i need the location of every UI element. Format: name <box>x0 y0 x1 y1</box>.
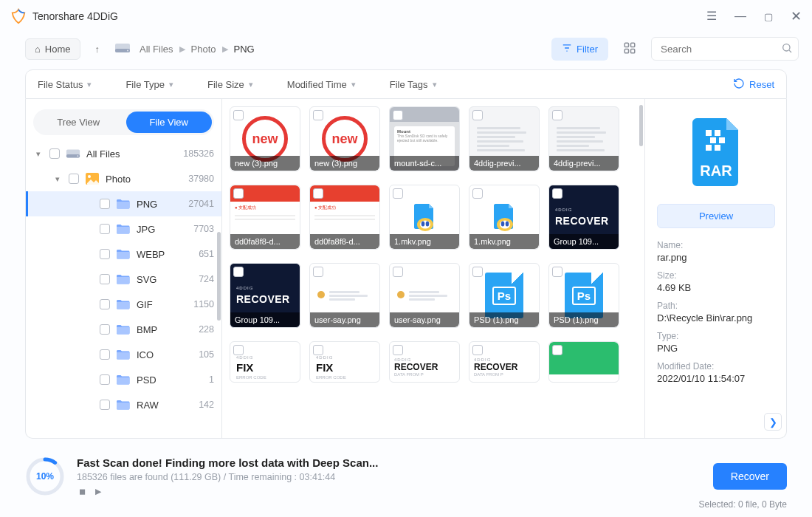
tree-all-files[interactable]: ▾ All Files 185326 <box>26 141 221 166</box>
filter-file-type[interactable]: File Type <box>125 79 173 90</box>
checkbox[interactable] <box>393 345 403 355</box>
checkbox[interactable] <box>552 267 562 277</box>
home-button[interactable]: ⌂ Home <box>25 38 80 60</box>
checkbox[interactable] <box>233 267 244 277</box>
file-view-tab[interactable]: File View <box>126 112 213 133</box>
file-thumbnail[interactable]: 4DDIGRECOVERDATA FROM P <box>389 341 460 383</box>
tree-item-raw[interactable]: RAW142 <box>26 392 221 417</box>
checkbox[interactable] <box>233 110 244 120</box>
file-thumbnail[interactable]: MountThis SanDisk SD card is safely ejec… <box>389 106 460 171</box>
checkbox[interactable] <box>472 267 483 277</box>
expand-icon[interactable]: ▾ <box>33 149 44 159</box>
checkbox[interactable] <box>472 188 483 199</box>
checkbox[interactable] <box>313 110 323 120</box>
checkbox[interactable] <box>393 110 403 120</box>
expand-icon[interactable]: ▾ <box>52 174 63 184</box>
checkbox[interactable] <box>552 345 562 355</box>
file-thumbnail[interactable] <box>548 341 619 383</box>
tree-item-webp[interactable]: WEBP651 <box>26 242 221 267</box>
file-thumbnail[interactable]: 4DDIGRECOVERGroup 109... <box>548 185 619 250</box>
file-thumbnail[interactable]: 1.mkv.png <box>389 185 460 250</box>
recover-button[interactable]: Recover <box>713 463 787 490</box>
next-button[interactable]: ❯ <box>764 413 782 431</box>
filter-file-status[interactable]: File Status <box>38 79 92 90</box>
search-icon[interactable] <box>781 42 793 56</box>
file-thumbnail[interactable]: user-say.png <box>309 263 380 328</box>
tree-item-ico[interactable]: ICO105 <box>26 342 221 367</box>
checkbox[interactable] <box>472 345 483 355</box>
play-button[interactable]: ▶ <box>93 487 103 497</box>
checkbox[interactable] <box>393 188 403 199</box>
filter-modified-time[interactable]: Modified Time <box>287 79 356 90</box>
folder-icon <box>116 222 131 236</box>
checkbox[interactable] <box>100 374 110 385</box>
tree-item-svg[interactable]: SVG724 <box>26 267 221 292</box>
checkbox[interactable] <box>100 274 110 284</box>
file-thumbnail[interactable]: newnew (3).png <box>309 106 380 171</box>
checkbox[interactable] <box>472 110 483 120</box>
filter-file-size[interactable]: File Size <box>207 79 253 90</box>
tree-photo[interactable]: ▾ Photo 37980 <box>26 166 221 191</box>
folder-icon <box>116 273 131 286</box>
checkbox[interactable] <box>100 349 110 360</box>
crumb-png[interactable]: PNG <box>234 44 255 55</box>
reset-button[interactable]: Reset <box>733 78 774 92</box>
stop-button[interactable]: ◼ <box>77 487 87 497</box>
tree-item-gif[interactable]: GIF1150 <box>26 292 221 317</box>
checkbox[interactable] <box>100 249 110 259</box>
file-thumbnail[interactable]: 4ddig-previ... <box>548 106 619 171</box>
checkbox[interactable] <box>69 174 79 184</box>
thumbnail-caption: dd0fa8f8-d... <box>230 234 300 249</box>
file-thumbnail[interactable]: ● 支配成功dd0fa8f8-d... <box>309 185 380 250</box>
minimize-icon[interactable]: — <box>734 10 746 22</box>
file-thumbnail[interactable]: newnew (3).png <box>230 106 300 171</box>
checkbox[interactable] <box>552 110 562 120</box>
checkbox[interactable] <box>313 267 323 277</box>
tree-item-bmp[interactable]: BMP228 <box>26 317 221 342</box>
file-thumbnail[interactable]: PsPSD (1).png <box>548 263 619 328</box>
search-input[interactable] <box>651 37 799 61</box>
checkbox[interactable] <box>100 199 110 209</box>
crumb-all-files[interactable]: All Files <box>140 44 173 55</box>
svg-rect-14 <box>706 130 712 136</box>
preview-button[interactable]: Preview <box>657 204 775 228</box>
checkbox[interactable] <box>552 188 562 199</box>
checkbox[interactable] <box>49 148 60 159</box>
checkbox[interactable] <box>393 267 403 277</box>
file-thumbnail[interactable]: 1.mkv.png <box>469 185 540 250</box>
filter-button[interactable]: Filter <box>551 38 608 61</box>
crumb-photo[interactable]: Photo <box>191 44 216 55</box>
tree-item-png[interactable]: PNG27041 <box>26 191 221 216</box>
file-thumbnail[interactable]: 4DDIGRECOVERDATA FROM P <box>469 341 540 383</box>
maximize-icon[interactable]: ▢ <box>764 12 773 21</box>
up-button[interactable]: ↑ <box>89 39 106 59</box>
file-thumbnail[interactable]: 4DDIGRECOVERGroup 109... <box>230 263 300 328</box>
view-grid-toggle[interactable] <box>617 37 642 61</box>
scrollbar[interactable] <box>217 232 221 321</box>
checkbox[interactable] <box>313 188 323 199</box>
checkbox[interactable] <box>100 224 110 234</box>
scrollbar[interactable] <box>639 105 643 146</box>
thumbnail-caption: 4ddig-previ... <box>469 156 539 171</box>
checkbox[interactable] <box>100 299 110 309</box>
close-icon[interactable]: ✕ <box>791 10 802 23</box>
file-thumbnail[interactable]: 4ddig-previ... <box>469 106 540 171</box>
file-thumbnail[interactable]: PsPSD (1).png <box>469 263 540 328</box>
checkbox[interactable] <box>233 345 244 355</box>
checkbox[interactable] <box>100 324 110 335</box>
filter-file-tags[interactable]: File Tags <box>390 79 437 90</box>
file-thumbnail[interactable]: user-say.png <box>389 263 460 328</box>
file-thumbnail[interactable]: 4DDIGFIXERROR CODE <box>309 341 380 383</box>
thumbnail-caption: PSD (1).png <box>549 312 619 327</box>
svg-rect-19 <box>715 145 720 151</box>
filter-bar: File Status File Type File Size Modified… <box>25 69 787 99</box>
tree-item-jpg[interactable]: JPG7703 <box>26 216 221 242</box>
file-thumbnail[interactable]: ● 支配成功dd0fa8f8-d... <box>230 185 300 250</box>
checkbox[interactable] <box>233 188 244 199</box>
file-thumbnail[interactable]: 4DDIGFIXERROR CODE <box>230 341 300 383</box>
checkbox[interactable] <box>100 400 110 410</box>
checkbox[interactable] <box>313 345 323 355</box>
tree-view-tab[interactable]: Tree View <box>35 112 122 133</box>
menu-icon[interactable]: ☰ <box>706 10 717 22</box>
tree-item-psd[interactable]: PSD1 <box>26 367 221 392</box>
